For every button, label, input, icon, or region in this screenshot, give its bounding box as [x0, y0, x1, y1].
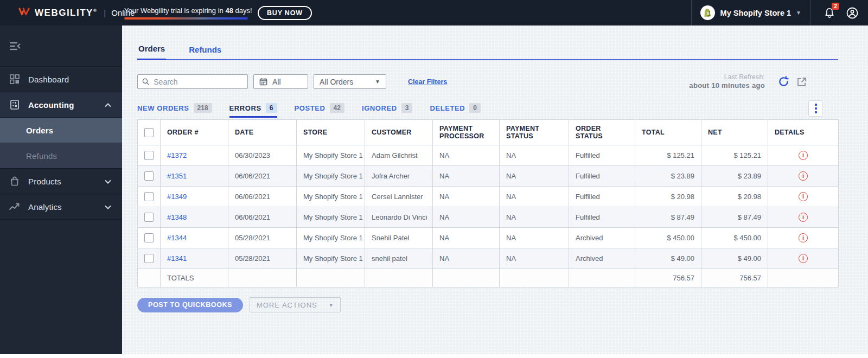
order-number-link[interactable]: #1344	[167, 234, 187, 242]
col-total: TOTAL	[635, 120, 701, 145]
topbar-right: S My Shopify Store 1 ▼ 2	[691, 0, 868, 25]
sidebar-item-accounting[interactable]: Accounting	[0, 92, 122, 118]
order-filter-select[interactable]: All Orders ▼	[314, 74, 386, 89]
error-details-icon[interactable]: i	[799, 151, 808, 160]
brand-name: WEBGILITY®	[35, 8, 97, 18]
tab-refunds[interactable]: Refunds	[188, 42, 222, 59]
total-cell: $ 450.00	[635, 228, 701, 248]
count-badge: 0	[469, 103, 481, 113]
more-actions-dropdown[interactable]: MORE ACTIONS ▼	[250, 297, 341, 312]
chevron-down-icon: ▼	[796, 10, 801, 16]
order-number-link[interactable]: #1349	[167, 193, 187, 201]
order-number-link[interactable]: #1348	[167, 213, 187, 221]
row-checkbox[interactable]	[144, 192, 154, 201]
totals-net: 756.57	[701, 269, 768, 287]
post-to-quickbooks-button[interactable]: POST TO QUICKBOOKS	[137, 298, 243, 312]
sidebar-item-products[interactable]: Products	[0, 169, 122, 194]
error-details-icon[interactable]: i	[799, 213, 808, 222]
payment-status-cell: NA	[500, 248, 569, 269]
sidebar-item-label: Orders	[26, 126, 53, 135]
tab-deleted[interactable]: DELETED 0	[430, 103, 481, 118]
totals-row: TOTALS 756.57 756.57	[138, 269, 839, 287]
chevron-down-icon: ▼	[375, 79, 380, 85]
sidebar-item-refunds[interactable]: Refunds	[0, 143, 122, 169]
sidebar-collapse-button[interactable]	[0, 25, 122, 67]
status-tabs: NEW ORDERS 218 ERRORS 6 POSTED 42 IGNORE…	[137, 103, 838, 118]
clear-filters-link[interactable]: Clear Filters	[408, 78, 447, 86]
row-checkbox-cell	[138, 207, 161, 228]
payment-status-cell: NA	[500, 207, 569, 228]
order-number-link[interactable]: #1351	[167, 172, 187, 180]
refresh-button[interactable]	[777, 75, 790, 88]
notifications-button[interactable]: 2	[821, 5, 838, 21]
orders-table-body: #137206/30/2023My Shopify Store 1Adam Gi…	[138, 145, 839, 269]
count-badge: 218	[194, 103, 212, 113]
customer-cell: Adam Gilchrist	[365, 145, 433, 166]
error-details-icon[interactable]: i	[799, 192, 808, 201]
buy-now-button[interactable]: BUY NOW	[258, 6, 312, 20]
sidebar-item-analytics[interactable]: Analytics	[0, 194, 122, 220]
date-cell: 06/06/2021	[228, 207, 297, 228]
shopify-store-icon: S	[700, 5, 715, 20]
order-number-link[interactable]: #1341	[167, 254, 187, 263]
row-checkbox[interactable]	[144, 254, 154, 263]
details-cell: i	[768, 248, 839, 269]
date-filter[interactable]: All	[253, 74, 308, 89]
collapse-menu-icon	[9, 41, 21, 51]
table-options-button[interactable]	[808, 100, 823, 117]
sidebar-item-orders[interactable]: Orders	[0, 118, 122, 143]
details-cell: i	[768, 187, 839, 207]
net-cell: $ 125.21	[701, 145, 768, 166]
tab-ignored[interactable]: IGNORED 3	[362, 103, 413, 118]
main-content: Orders Refunds All	[122, 25, 868, 354]
tab-new-orders[interactable]: NEW ORDERS 218	[137, 103, 212, 118]
more-actions-label: MORE ACTIONS	[257, 301, 317, 309]
table-row: #134405/28/2021My Shopify Store 1Snehil …	[138, 228, 839, 248]
net-cell: $ 450.00	[701, 228, 768, 248]
kebab-menu-icon	[815, 104, 817, 106]
net-cell: $ 87.49	[701, 207, 768, 228]
chevron-up-icon	[105, 100, 111, 110]
row-checkbox[interactable]	[144, 171, 154, 181]
calendar-icon	[259, 78, 267, 86]
account-button[interactable]	[844, 5, 860, 21]
count-badge: 3	[401, 103, 413, 113]
order-status-cell: Fulfilled	[569, 207, 635, 228]
error-details-icon[interactable]: i	[799, 233, 808, 242]
error-details-icon[interactable]: i	[799, 171, 808, 181]
store-cell: My Shopify Store 1	[297, 187, 365, 207]
trial-text: Your Webgility trial is expiring in 48 d…	[124, 7, 250, 15]
store-cell: My Shopify Store 1	[297, 248, 365, 269]
sidebar-item-dashboard[interactable]: Dashboard	[0, 67, 122, 92]
order-status-cell: Fulfilled	[569, 166, 635, 187]
payment-processor-cell: NA	[433, 228, 500, 248]
search-input[interactable]	[154, 78, 243, 86]
total-cell: $ 87.49	[635, 207, 701, 228]
row-checkbox-cell	[138, 228, 161, 248]
last-refresh-value: about 10 minutes ago	[689, 81, 765, 90]
order-status-cell: Archived	[569, 248, 635, 269]
tab-orders[interactable]: Orders	[137, 41, 166, 60]
row-checkbox[interactable]	[144, 213, 154, 222]
customer-cell: Leonardo Di Vinci	[365, 207, 433, 228]
details-cell: i	[768, 228, 839, 248]
tab-posted[interactable]: POSTED 42	[295, 103, 344, 118]
order-number-link[interactable]: #1372	[167, 151, 187, 159]
total-cell: $ 20.98	[635, 187, 701, 207]
svg-text:S: S	[706, 11, 710, 16]
order-status-cell: Archived	[569, 228, 635, 248]
select-all-checkbox[interactable]	[144, 128, 154, 137]
tab-label: NEW ORDERS	[137, 104, 189, 112]
store-selector[interactable]: S My Shopify Store 1 ▼	[692, 0, 810, 25]
notification-count-badge: 2	[832, 3, 839, 10]
sidebar-item-label: Accounting	[28, 100, 74, 110]
error-details-icon[interactable]: i	[799, 254, 808, 263]
chevron-down-icon: ▼	[328, 302, 334, 308]
row-checkbox[interactable]	[144, 233, 154, 242]
tab-errors[interactable]: ERRORS 6	[229, 103, 277, 118]
open-external-button[interactable]	[795, 75, 808, 88]
row-checkbox-cell	[138, 166, 161, 187]
order-number-cell: #1348	[161, 207, 228, 228]
row-checkbox-cell	[138, 145, 161, 166]
row-checkbox[interactable]	[144, 151, 154, 160]
